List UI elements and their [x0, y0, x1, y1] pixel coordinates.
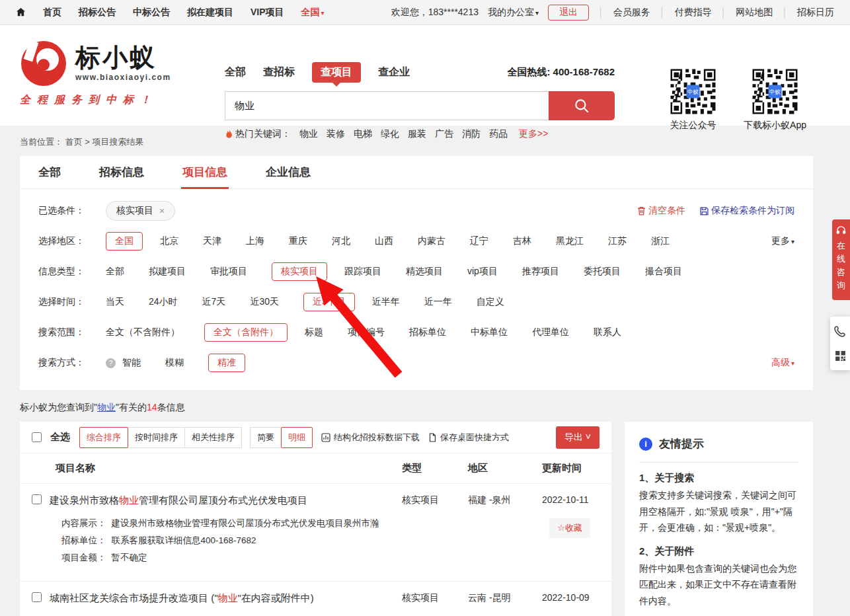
- region-option[interactable]: 天津: [203, 235, 221, 247]
- time-option[interactable]: 近7天: [202, 296, 226, 308]
- nav-home[interactable]: 首页: [43, 7, 61, 19]
- search-tab-all[interactable]: 全部: [225, 65, 246, 79]
- view-detail-button[interactable]: 明细: [281, 427, 313, 448]
- region-option[interactable]: 黑龙江: [556, 235, 584, 247]
- time-option[interactable]: 自定义: [477, 296, 504, 308]
- breadcrumb-home-link[interactable]: 首页: [65, 137, 83, 147]
- nav-win-announce[interactable]: 中标公告: [133, 7, 170, 19]
- scope-option[interactable]: 联系人: [594, 327, 621, 338]
- region-option[interactable]: 河北: [332, 235, 350, 247]
- scope-option[interactable]: 中标单位: [471, 327, 508, 338]
- my-office-dropdown[interactable]: 我的办公室▾: [488, 7, 539, 19]
- link-bid-calendar[interactable]: 招标日历: [797, 7, 834, 19]
- online-consult-tab[interactable]: 在线咨询: [832, 219, 850, 300]
- region-option[interactable]: 上海: [246, 235, 264, 247]
- hot-keyword[interactable]: 电梯: [354, 128, 372, 140]
- qr-icon[interactable]: [835, 350, 846, 362]
- search-tab-companies[interactable]: 查企业: [378, 65, 410, 79]
- method-option-selected[interactable]: 精准: [208, 354, 245, 372]
- tab-all[interactable]: 全部: [38, 156, 61, 188]
- scope-option[interactable]: 全文（不含附件）: [106, 327, 180, 338]
- summary-keyword[interactable]: 物业: [97, 402, 116, 412]
- region-option[interactable]: 重庆: [289, 235, 307, 247]
- type-option[interactable]: 精选项目: [406, 266, 443, 278]
- scope-option-selected[interactable]: 全文（含附件）: [204, 323, 288, 342]
- time-option[interactable]: 近半年: [372, 296, 400, 308]
- scope-option[interactable]: 招标单位: [409, 327, 446, 338]
- logout-button[interactable]: 退出: [548, 5, 589, 20]
- selected-condition-tag[interactable]: 核实项目 ×: [106, 201, 175, 221]
- method-option[interactable]: 智能: [122, 357, 141, 369]
- select-all-checkbox[interactable]: [32, 432, 42, 442]
- structured-data-download-link[interactable]: 结构化招投标数据下载: [321, 432, 420, 443]
- search-button[interactable]: [549, 91, 615, 120]
- nav-bid-announce[interactable]: 招标公告: [79, 7, 116, 19]
- type-option[interactable]: 拟建项目: [149, 266, 186, 278]
- region-option[interactable]: 山西: [375, 235, 393, 247]
- hot-keyword[interactable]: 广告: [435, 128, 453, 140]
- link-sitemap[interactable]: 网站地图: [736, 7, 773, 19]
- hot-keywords-more-link[interactable]: 更多>>: [519, 128, 548, 140]
- scope-option[interactable]: 代理单位: [532, 327, 569, 338]
- hot-keyword[interactable]: 药品: [489, 128, 508, 140]
- hot-keyword[interactable]: 物业: [299, 128, 318, 140]
- region-option[interactable]: 辽宁: [470, 235, 488, 247]
- region-option[interactable]: 北京: [160, 235, 178, 247]
- region-more-button[interactable]: 更多▾: [771, 235, 794, 247]
- hot-keyword[interactable]: 服装: [408, 128, 426, 140]
- time-option-selected[interactable]: 近3个月: [303, 293, 355, 311]
- region-option[interactable]: 内蒙古: [418, 235, 445, 247]
- scope-option[interactable]: 项目编号: [348, 327, 385, 338]
- view-brief-button[interactable]: 简要: [250, 427, 282, 448]
- nav-proposed-projects[interactable]: 拟在建项目: [187, 7, 233, 19]
- row-checkbox[interactable]: [32, 494, 42, 504]
- search-tab-projects[interactable]: 查项目: [312, 62, 361, 83]
- search-tab-bids[interactable]: 查招标: [263, 65, 295, 79]
- favorite-button[interactable]: ☆收藏: [549, 518, 590, 538]
- phone-icon[interactable]: [834, 325, 846, 337]
- search-input[interactable]: [225, 91, 549, 120]
- type-option[interactable]: 委托项目: [584, 266, 621, 278]
- type-option[interactable]: vip项目: [467, 266, 498, 278]
- project-title-link[interactable]: 建设泉州市致格物业管理有限公司屋顶分布式光伏发电项目: [50, 494, 307, 507]
- time-option[interactable]: 近一年: [424, 296, 452, 308]
- link-payment-guide[interactable]: 付费指导: [675, 7, 712, 19]
- type-option-verified-selected[interactable]: 核实项目: [272, 262, 327, 281]
- type-option[interactable]: 审批项目: [210, 266, 247, 278]
- export-button[interactable]: 导出 ˅: [556, 426, 599, 449]
- type-option[interactable]: 跟踪项目: [344, 266, 381, 278]
- sort-by-relevance-button[interactable]: 相关性排序: [184, 427, 242, 448]
- link-member-service[interactable]: 会员服务: [613, 7, 650, 19]
- save-subscription-button[interactable]: 保存检索条件为订阅: [700, 205, 794, 217]
- region-option-selected[interactable]: 全国: [106, 232, 143, 250]
- logo[interactable]: 标小蚁 www.biaoxiaoyi.com 全程服务到中标！: [20, 40, 171, 107]
- type-option[interactable]: 推荐项目: [522, 266, 559, 278]
- nav-vip-projects[interactable]: VIP项目: [251, 7, 284, 19]
- select-all-label[interactable]: 全选: [50, 431, 70, 443]
- region-option[interactable]: 吉林: [513, 235, 531, 247]
- type-option[interactable]: 撮合项目: [645, 266, 682, 278]
- sort-by-time-button[interactable]: 按时间排序: [128, 427, 185, 448]
- help-icon[interactable]: ?: [106, 358, 116, 368]
- project-title-link[interactable]: 城南社区龙关综合市场提升改造项目 ("物业"在内容或附件中): [50, 592, 314, 605]
- home-icon[interactable]: [16, 7, 26, 17]
- time-option[interactable]: 当天: [106, 296, 124, 308]
- time-option[interactable]: 24小时: [149, 296, 178, 308]
- tab-project-info[interactable]: 项目信息: [182, 156, 227, 188]
- tab-bid-info[interactable]: 招标信息: [99, 156, 144, 188]
- scope-option[interactable]: 标题: [305, 327, 323, 338]
- sort-comprehensive-button[interactable]: 综合排序: [79, 427, 128, 448]
- type-option[interactable]: 全部: [106, 266, 124, 278]
- region-option[interactable]: 江苏: [608, 235, 627, 247]
- method-option[interactable]: 模糊: [165, 357, 184, 369]
- hot-keyword[interactable]: 消防: [462, 128, 481, 140]
- hot-keyword[interactable]: 绿化: [381, 128, 399, 140]
- hot-keyword[interactable]: 装修: [327, 128, 345, 140]
- close-icon[interactable]: ×: [159, 206, 165, 216]
- advanced-toggle[interactable]: 高级▾: [771, 357, 794, 369]
- region-dropdown[interactable]: 全国▾: [301, 7, 325, 19]
- row-checkbox[interactable]: [32, 592, 42, 602]
- clear-conditions-button[interactable]: 清空条件: [637, 205, 685, 217]
- desktop-shortcut-link[interactable]: 保存桌面快捷方式: [428, 432, 509, 443]
- time-option[interactable]: 近30天: [250, 296, 279, 308]
